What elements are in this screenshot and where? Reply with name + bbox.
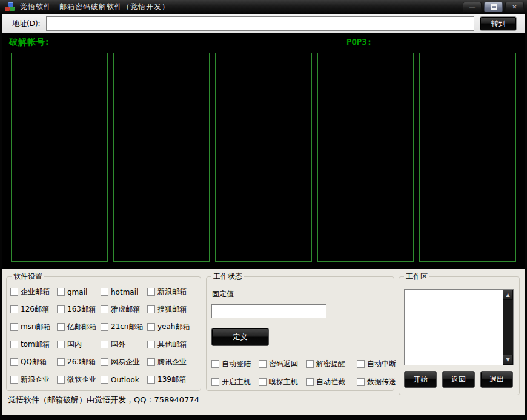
checkbox-option[interactable]: 网易企业 (101, 357, 147, 367)
capture-panel[interactable] (419, 53, 516, 262)
capture-panel[interactable] (113, 53, 210, 262)
checkbox-box (147, 288, 155, 296)
close-button[interactable]: ✕ (505, 2, 524, 12)
capture-panel[interactable] (215, 53, 312, 262)
checkbox-label: 163邮箱 (67, 304, 96, 315)
checkbox-label: 搜狐邮箱 (157, 304, 187, 315)
address-bar: 地址(D): 转到 (2, 14, 525, 33)
software-settings-title: 软件设置 (12, 272, 44, 281)
checkbox-label: 139邮箱 (157, 375, 186, 385)
checkbox-option[interactable]: 自动中断 (357, 359, 396, 369)
checkbox-box (101, 341, 108, 348)
capture-panel[interactable] (11, 53, 108, 262)
scroll-down-icon: ▼ (506, 357, 509, 362)
checkbox-box (211, 360, 219, 368)
minimize-icon: — (469, 4, 476, 10)
checkbox-option[interactable]: 自动拦截 (306, 377, 357, 387)
checkbox-option[interactable]: Outlook (101, 376, 147, 384)
checkbox-option[interactable]: 国外 (101, 339, 147, 350)
checkbox-label: gmail (67, 288, 87, 296)
checkbox-option[interactable]: 其他邮箱 (147, 339, 198, 350)
checkbox-option[interactable]: 解密提醒 (306, 359, 357, 369)
work-area-listbox[interactable]: ▲ ▼ (404, 289, 514, 365)
checkbox-option[interactable]: tom邮箱 (10, 339, 57, 350)
checkbox-box (101, 376, 108, 384)
checkbox-label: 网易企业 (111, 357, 140, 367)
checkbox-option[interactable]: gmail (57, 288, 101, 296)
checkbox-option[interactable]: 国内 (57, 339, 101, 350)
checkbox-option[interactable]: 搜狐邮箱 (147, 304, 198, 315)
checkbox-option[interactable]: 数据传送 (357, 377, 396, 387)
maximize-button[interactable] (484, 2, 503, 12)
checkbox-box (259, 360, 267, 368)
checkbox-option[interactable]: 新浪企业 (10, 375, 57, 385)
checkbox-option[interactable]: QQ邮箱 (10, 357, 57, 367)
capture-panels (2, 50, 525, 262)
work-status-options: 自动登陆 密码返回 解密提醒 自动中断 开启主机 嗅探主机 (211, 355, 391, 391)
app-window: 觉悟软件—邮箱密码破解软件（觉悟开发） — ✕ 地址(D): 转到 破解帐号: … (0, 0, 527, 420)
checkbox-option[interactable]: 企业邮箱 (10, 287, 57, 297)
address-input[interactable] (46, 16, 474, 31)
settings-area: 软件设置 企业邮箱 gmail hotmail 新浪邮箱 126邮箱 (2, 269, 525, 415)
checkbox-option[interactable]: hotmail (101, 288, 147, 296)
checkbox-box (57, 323, 65, 331)
scroll-up-button[interactable]: ▲ (503, 290, 513, 300)
checkbox-label: msn邮箱 (21, 322, 51, 332)
checkbox-box (57, 341, 65, 348)
checkbox-box (147, 358, 155, 366)
checkbox-option[interactable]: 密码返回 (259, 359, 306, 369)
checkbox-box (306, 360, 314, 368)
scroll-down-button[interactable]: ▼ (503, 355, 513, 365)
checkbox-label: 解密提醒 (316, 359, 345, 369)
capture-labels-row: 破解帐号: POP3: (2, 33, 525, 50)
start-button[interactable]: 开始 (404, 371, 437, 388)
checkbox-label: hotmail (111, 288, 138, 296)
checkbox-label: 腾讯企业 (157, 357, 187, 367)
work-area-scrollbar[interactable]: ▲ ▼ (503, 290, 513, 365)
checkbox-label: 国内 (67, 339, 82, 350)
checkbox-box (10, 341, 18, 348)
checkbox-option[interactable]: 开启主机 (211, 377, 259, 387)
checkbox-option[interactable]: 21cn邮箱 (101, 322, 147, 332)
exit-button[interactable]: 退出 (480, 371, 513, 388)
checkbox-label: 雅虎邮箱 (111, 304, 140, 315)
capture-panel[interactable] (317, 53, 414, 262)
checkbox-box (147, 323, 155, 331)
checkbox-label: 数据传送 (367, 377, 396, 387)
checkbox-option[interactable]: 163邮箱 (57, 304, 101, 315)
checkbox-label: 其他邮箱 (157, 339, 187, 350)
checkbox-box (57, 358, 65, 366)
checkbox-option[interactable]: yeah邮箱 (147, 322, 198, 332)
go-button[interactable]: 转到 (480, 16, 517, 31)
checkbox-option[interactable]: 126邮箱 (10, 304, 57, 315)
app-icon (5, 2, 15, 12)
checkbox-box (357, 360, 365, 368)
work-status-group: 工作状态 固定值 定义 自动登陆 密码返回 解密提醒 自动中断 (206, 276, 394, 391)
fixed-value-input[interactable] (211, 304, 326, 318)
checkbox-option[interactable]: 139邮箱 (147, 375, 198, 385)
checkbox-option[interactable]: 腾讯企业 (147, 357, 198, 367)
checkbox-option[interactable]: 亿邮邮箱 (57, 322, 101, 332)
checkbox-option[interactable]: 263邮箱 (57, 357, 101, 367)
checkbox-box (147, 305, 155, 313)
fixed-value-label: 固定值 (212, 289, 234, 299)
checkbox-box (357, 378, 365, 386)
checkbox-option[interactable]: 嗅探主机 (259, 377, 306, 387)
software-settings-group: 软件设置 企业邮箱 gmail hotmail 新浪邮箱 126邮箱 (6, 276, 201, 391)
checkbox-box (101, 323, 108, 331)
back-button[interactable]: 返回 (442, 371, 475, 388)
checkbox-option[interactable]: msn邮箱 (10, 322, 57, 332)
checkbox-label: 微软企业 (67, 375, 96, 385)
minimize-button[interactable]: — (463, 2, 482, 12)
checkbox-label: 自动拦截 (316, 377, 345, 387)
checkbox-option[interactable]: 新浪邮箱 (147, 287, 198, 297)
checkbox-option[interactable]: 雅虎邮箱 (101, 304, 147, 315)
checkbox-option[interactable]: 自动登陆 (211, 359, 259, 369)
checkbox-box (147, 341, 155, 348)
work-area-group: 工作区 ▲ ▼ 开始 返回 退出 (399, 276, 520, 395)
checkbox-label: 密码返回 (269, 359, 298, 369)
checkbox-box (57, 288, 65, 296)
checkbox-option[interactable]: 微软企业 (57, 375, 101, 385)
checkbox-box (57, 305, 65, 313)
define-button[interactable]: 定义 (211, 328, 269, 346)
